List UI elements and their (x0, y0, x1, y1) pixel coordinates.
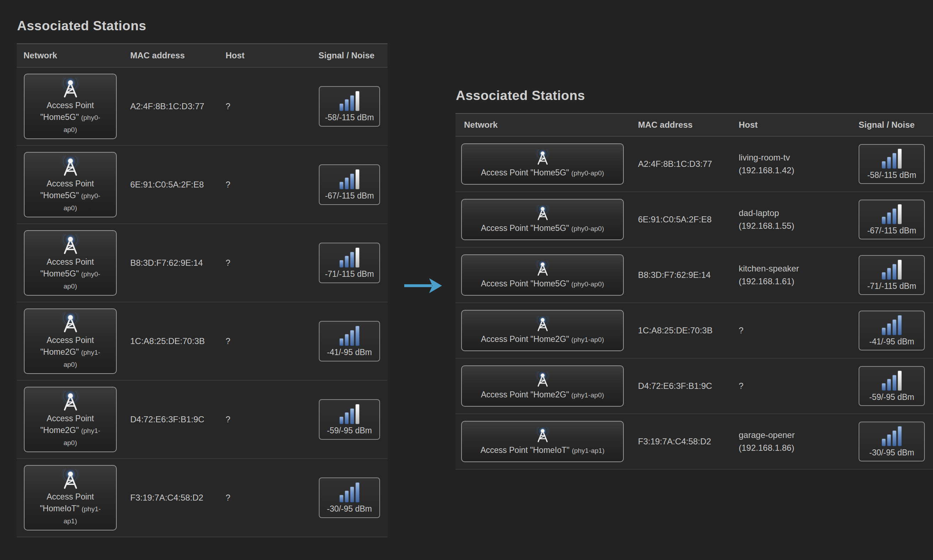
signal-noise-value: -41/-95 dBm (869, 337, 915, 346)
station-row: Access Point "Home5G" (phy0-ap0) A2:4F:8… (17, 68, 388, 146)
station-row: Access Point "Home2G" (phy1-ap0) D4:72:E… (456, 358, 933, 414)
hostname: garage-opener (739, 429, 859, 442)
station-row: Access Point "Home5G" (phy0-ap0) 6E:91:C… (17, 146, 388, 224)
network-label: Access Point "Home5G" (phy0-ap0) (481, 167, 604, 179)
signal-bars-icon (339, 326, 359, 346)
access-point-name: Access Point "Home5G" (481, 223, 569, 233)
host-ip-address: (192.168.1.86) (739, 442, 859, 454)
signal-noise-value: -41/-95 dBm (327, 348, 372, 357)
network-label: Access Point "Home5G" (phy0-ap0) (35, 100, 105, 135)
access-point-icon (59, 156, 82, 177)
phy-interface-label: (phy0-ap0) (571, 225, 604, 232)
signal-noise-value: -59/-95 dBm (327, 426, 372, 435)
hostname: kitchen-speaker (739, 262, 859, 275)
signal-bars-icon (339, 247, 359, 268)
signal-noise-value: -67/-115 dBm (867, 226, 916, 235)
station-row: Access Point "Home2G" (phy1-ap0) D4:72:E… (17, 381, 388, 459)
station-row: Access Point "Home2G" (phy1-ap0) 1C:A8:2… (17, 302, 388, 381)
signal-bars-icon (339, 169, 359, 189)
network-badge: Access Point "Home5G" (phy0-ap0) (24, 74, 117, 139)
mac-address: 1C:A8:25:DE:70:3B (638, 326, 739, 335)
signal-badge: -71/-115 dBm (319, 243, 380, 283)
hostname: ? (739, 324, 859, 337)
hostname: ? (226, 258, 319, 268)
phy-interface-label: (phy1-ap0) (571, 391, 604, 399)
network-label: Access Point "HomeIoT" (phy1-ap1) (480, 445, 605, 457)
station-row: Access Point "Home5G" (phy0-ap0) B8:3D:F… (456, 248, 933, 303)
network-badge: Access Point "Home5G" (phy0-ap0) (24, 152, 117, 217)
associated-stations-page: Associated Stations Network MAC address … (0, 0, 933, 560)
signal-badge: -59/-95 dBm (319, 399, 380, 440)
signal-noise-value: -59/-95 dBm (869, 392, 915, 402)
signal-badge: -67/-115 dBm (859, 200, 925, 240)
page-title: Associated Stations (456, 88, 585, 103)
signal-bars-icon (882, 259, 902, 280)
network-label: Access Point "Home5G" (phy0-ap0) (481, 222, 604, 234)
signal-badge: -41/-95 dBm (859, 311, 925, 351)
network-badge: Access Point "Home5G" (phy0-ap0) (461, 199, 624, 240)
access-point-name: Access Point "Home2G" (481, 390, 569, 399)
phy-interface-label: (phy0-ap0) (571, 280, 604, 288)
access-point-icon (534, 427, 551, 443)
hostname: living-room-tv (739, 151, 859, 164)
hostname: ? (226, 493, 319, 503)
mac-address: F3:19:7A:C4:58:D2 (638, 437, 739, 446)
station-row: Access Point "Home5G" (phy0-ap0) A2:4F:8… (456, 137, 933, 192)
signal-noise-value: -30/-95 dBm (327, 504, 372, 514)
hostname: ? (739, 380, 859, 392)
mac-address: D4:72:E6:3F:B1:9C (130, 414, 226, 425)
station-row: Access Point "HomeIoT" (phy1-ap1) F3:19:… (17, 459, 388, 537)
mac-address: 6E:91:C0:5A:2F:E8 (638, 215, 739, 225)
column-header-network: Network (17, 51, 130, 60)
column-header-signal: Signal / Noise (859, 120, 933, 130)
mac-address: A2:4F:8B:1C:D3:77 (638, 159, 739, 169)
host-ip-address: (192.168.1.61) (739, 275, 859, 288)
signal-noise-value: -71/-115 dBm (867, 282, 916, 291)
mac-address: D4:72:E6:3F:B1:9C (638, 381, 739, 391)
hostname: ? (226, 102, 319, 111)
mac-address: A2:4F:8B:1C:D3:77 (130, 102, 226, 111)
network-badge: Access Point "Home2G" (phy1-ap0) (24, 387, 117, 452)
signal-bars-icon (339, 404, 359, 424)
network-badge: Access Point "Home5G" (phy0-ap0) (24, 230, 117, 295)
network-badge: Access Point "Home2G" (phy1-ap0) (24, 308, 117, 374)
signal-badge: -41/-95 dBm (319, 321, 380, 362)
mac-address: 6E:91:C0:5A:2F:E8 (130, 180, 226, 190)
table-header-row: Network MAC address Host Signal / Noise (456, 114, 933, 137)
table-header-row: Network MAC address Host Signal / Noise (17, 44, 388, 68)
network-badge: Access Point "Home5G" (phy0-ap0) (461, 143, 624, 185)
signal-badge: -30/-95 dBm (319, 477, 380, 518)
access-point-icon (534, 316, 551, 332)
signal-badge: -58/-115 dBm (319, 86, 380, 127)
signal-bars-icon (339, 482, 359, 502)
signal-noise-value: -71/-115 dBm (325, 269, 374, 279)
access-point-name: Access Point "Home2G" (481, 334, 569, 344)
network-label: Access Point "Home2G" (phy1-ap0) (35, 413, 105, 449)
column-header-host: Host (739, 120, 859, 130)
network-label: Access Point "Home5G" (phy0-ap0) (481, 278, 604, 290)
table-body: Access Point "Home5G" (phy0-ap0) A2:4F:8… (17, 68, 388, 537)
network-badge: Access Point "Home2G" (phy1-ap0) (461, 310, 624, 351)
page-title: Associated Stations (17, 18, 146, 34)
mac-address: B8:3D:F7:62:9E:14 (130, 258, 226, 268)
host-ip-address: (192.168.1.42) (739, 164, 859, 177)
signal-bars-icon (339, 91, 359, 111)
network-label: Access Point "Home2G" (phy1-ap0) (35, 334, 105, 370)
right-arrow-icon (401, 274, 444, 297)
signal-bars-icon (882, 370, 902, 391)
network-label: Access Point "HomeIoT" (phy1-ap1) (35, 491, 105, 527)
access-point-icon (534, 205, 551, 221)
column-header-mac: MAC address (130, 51, 226, 60)
signal-bars-icon (882, 426, 902, 446)
signal-noise-value: -30/-95 dBm (869, 448, 915, 457)
stations-table-after: Network MAC address Host Signal / Noise … (456, 113, 933, 470)
hostname: ? (226, 180, 319, 190)
host-ip-address: (192.168.1.55) (739, 220, 859, 232)
phy-interface-label: (phy1-ap1) (572, 447, 605, 454)
station-row: Access Point "Home2G" (phy1-ap0) 1C:A8:2… (456, 303, 933, 358)
signal-badge: -67/-115 dBm (319, 165, 380, 205)
network-label: Access Point "Home5G" (phy0-ap0) (35, 178, 105, 214)
access-point-icon (59, 78, 82, 99)
network-label: Access Point "Home2G" (phy1-ap0) (481, 389, 604, 401)
transform-arrow (401, 274, 444, 297)
